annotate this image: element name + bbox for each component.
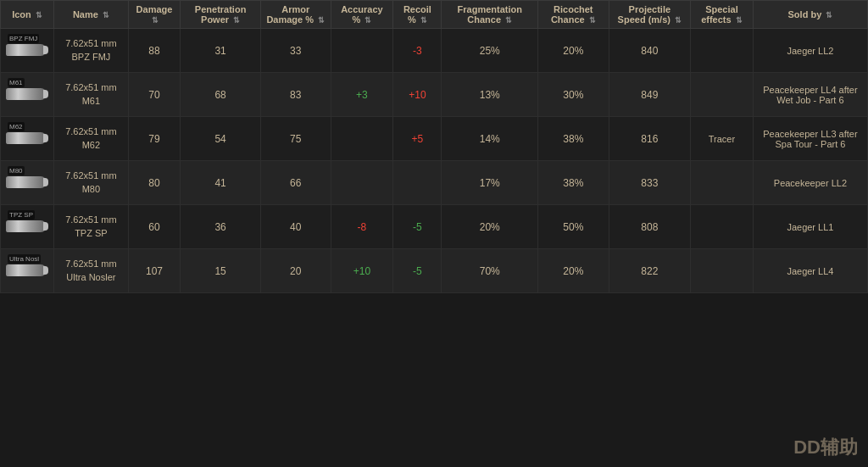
col-recoil[interactable]: Recoil % ⇅ bbox=[393, 1, 442, 29]
sort-icon-frag: ⇅ bbox=[505, 16, 512, 25]
ammo-icon: M80 bbox=[6, 164, 48, 198]
accuracy-value: +10 bbox=[353, 265, 370, 277]
col-sold[interactable]: Sold by ⇅ bbox=[753, 1, 867, 29]
name-cell: 7.62x51 mm Ultra Nosler bbox=[54, 249, 129, 293]
sort-icon-rico: ⇅ bbox=[589, 16, 596, 25]
recoil-value: -5 bbox=[413, 221, 422, 233]
col-penetration[interactable]: Penetration Power ⇅ bbox=[181, 1, 261, 29]
special-effects-cell bbox=[691, 29, 754, 73]
sort-icon-name: ⇅ bbox=[103, 11, 109, 19]
projectile-speed-cell: 833 bbox=[609, 161, 690, 205]
col-fragmentation[interactable]: Fragmentation Chance ⇅ bbox=[442, 1, 538, 29]
damage-cell: 60 bbox=[128, 205, 180, 249]
name-cell: 7.62x51 mm M80 bbox=[54, 161, 129, 205]
col-armor[interactable]: Armor Damage % ⇅ bbox=[260, 1, 331, 29]
recoil-cell: +10 bbox=[393, 73, 442, 117]
col-name[interactable]: Name ⇅ bbox=[54, 1, 129, 29]
col-icon[interactable]: Icon ⇅ bbox=[1, 1, 54, 29]
col-projectile[interactable]: Projectile Speed (m/s) ⇅ bbox=[609, 1, 690, 29]
accuracy-cell: +10 bbox=[331, 249, 393, 293]
col-special[interactable]: Special effects ⇅ bbox=[691, 1, 754, 29]
header-row: Icon ⇅ Name ⇅ Damage ⇅ Penetration Power… bbox=[1, 1, 868, 29]
ammo-label: M61 bbox=[8, 78, 25, 87]
icon-cell: TPZ SP bbox=[1, 205, 54, 249]
special-effects-cell bbox=[691, 73, 754, 117]
recoil-cell: -3 bbox=[393, 29, 442, 73]
sold-by-cell: Peacekeeper LL2 bbox=[753, 161, 867, 205]
ammo-image bbox=[6, 220, 47, 232]
projectile-speed-cell: 849 bbox=[609, 73, 690, 117]
icon-cell: M61 bbox=[1, 73, 54, 117]
table-row: M62 7.62x51 mm M62795475+514%38%816Trace… bbox=[1, 117, 868, 161]
sold-by-cell: Peacekeeper LL3 after Spa Tour - Part 6 bbox=[753, 117, 867, 161]
ammo-label: Ultra Nosl bbox=[8, 254, 41, 264]
ammo-image bbox=[6, 176, 47, 188]
ammo-icon: TPZ SP bbox=[6, 208, 48, 242]
table-header: Icon ⇅ Name ⇅ Damage ⇅ Penetration Power… bbox=[1, 1, 868, 29]
ricochet-cell: 30% bbox=[538, 73, 609, 117]
armor-damage-cell: 75 bbox=[260, 117, 331, 161]
col-ricochet[interactable]: Ricochet Chance ⇅ bbox=[538, 1, 609, 29]
ricochet-cell: 20% bbox=[538, 29, 609, 73]
sold-by-cell: Jaeger LL2 bbox=[753, 29, 867, 73]
ammo-icon: M62 bbox=[6, 120, 48, 154]
icon-cell: Ultra Nosl bbox=[1, 249, 54, 293]
accuracy-value: -8 bbox=[358, 221, 367, 233]
damage-cell: 107 bbox=[128, 249, 180, 293]
damage-cell: 88 bbox=[128, 29, 180, 73]
recoil-cell: -5 bbox=[393, 249, 442, 293]
accuracy-cell bbox=[331, 29, 393, 73]
damage-cell: 70 bbox=[128, 73, 180, 117]
penetration-cell: 31 bbox=[181, 29, 261, 73]
name-cell: 7.62x51 mm BPZ FMJ bbox=[54, 29, 129, 73]
sold-by-cell: Peacekeeper LL4 after Wet Job - Part 6 bbox=[753, 73, 867, 117]
projectile-speed-cell: 816 bbox=[609, 117, 690, 161]
col-accuracy[interactable]: Accuracy % ⇅ bbox=[331, 1, 393, 29]
recoil-cell bbox=[393, 161, 442, 205]
ammo-label: TPZ SP bbox=[8, 210, 35, 220]
name-cell: 7.62x51 mm M62 bbox=[54, 117, 129, 161]
fragmentation-cell: 14% bbox=[442, 117, 538, 161]
recoil-value: -3 bbox=[413, 45, 422, 57]
fragmentation-cell: 70% bbox=[442, 249, 538, 293]
accuracy-value: +3 bbox=[356, 89, 368, 101]
table-row: M61 7.62x51 mm M61706883+3+1013%30%849Pe… bbox=[1, 73, 868, 117]
recoil-value: +10 bbox=[409, 89, 426, 101]
special-effects-cell bbox=[691, 249, 754, 293]
ammo-image bbox=[6, 132, 47, 144]
special-effects-cell bbox=[691, 205, 754, 249]
ricochet-cell: 38% bbox=[538, 161, 609, 205]
table-row: Ultra Nosl 7.62x51 mm Ultra Nosler107152… bbox=[1, 249, 868, 293]
recoil-value: +5 bbox=[412, 133, 424, 145]
name-cell: 7.62x51 mm TPZ SP bbox=[54, 205, 129, 249]
sort-icon-recoil: ⇅ bbox=[420, 16, 427, 25]
ammo-image bbox=[6, 44, 47, 56]
accuracy-cell: +3 bbox=[331, 73, 393, 117]
icon-cell: M80 bbox=[1, 161, 54, 205]
projectile-speed-cell: 808 bbox=[609, 205, 690, 249]
penetration-cell: 36 bbox=[181, 205, 261, 249]
sort-icon-accuracy: ⇅ bbox=[364, 16, 371, 25]
sort-icon-damage: ⇅ bbox=[152, 16, 159, 25]
accuracy-cell bbox=[331, 117, 393, 161]
penetration-cell: 41 bbox=[181, 161, 261, 205]
projectile-speed-cell: 840 bbox=[609, 29, 690, 73]
fragmentation-cell: 25% bbox=[442, 29, 538, 73]
penetration-cell: 15 bbox=[181, 249, 261, 293]
fragmentation-cell: 20% bbox=[442, 205, 538, 249]
ammo-icon: Ultra Nosl bbox=[6, 253, 48, 286]
projectile-speed-cell: 822 bbox=[609, 249, 690, 293]
armor-damage-cell: 20 bbox=[260, 249, 331, 293]
penetration-cell: 68 bbox=[181, 73, 261, 117]
ricochet-cell: 50% bbox=[538, 205, 609, 249]
recoil-cell: +5 bbox=[393, 117, 442, 161]
armor-damage-cell: 66 bbox=[260, 161, 331, 205]
ammo-image bbox=[6, 88, 47, 100]
ammo-label: M80 bbox=[8, 166, 25, 175]
sold-by-cell: Jaeger LL1 bbox=[753, 205, 867, 249]
col-damage[interactable]: Damage ⇅ bbox=[128, 1, 180, 29]
name-cell: 7.62x51 mm M61 bbox=[54, 73, 129, 117]
ammo-image bbox=[6, 264, 47, 276]
sort-icon-speed: ⇅ bbox=[675, 16, 682, 25]
ammo-table: Icon ⇅ Name ⇅ Damage ⇅ Penetration Power… bbox=[0, 0, 868, 293]
